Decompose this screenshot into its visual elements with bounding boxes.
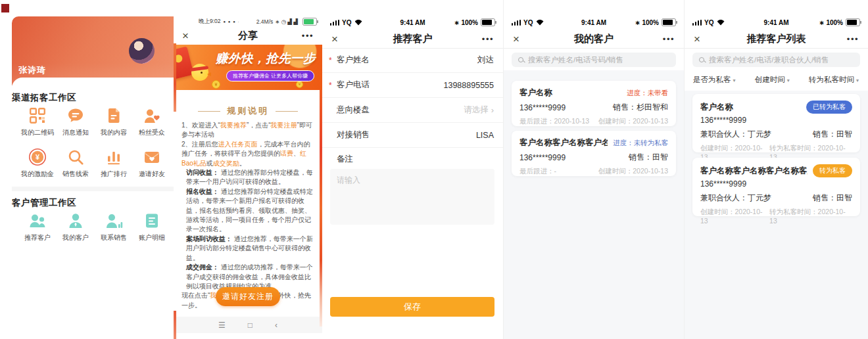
referred-customer-card[interactable]: 客户名称 已转为私客 136*****9999 兼职合伙人：丁元梦 销售：田智 … — [692, 94, 860, 152]
last-followup: 最后跟进：2020-10-13 — [519, 117, 589, 126]
grid-item-my-content[interactable]: 我的内容 — [95, 106, 133, 137]
save-button[interactable]: 保存 — [330, 297, 494, 317]
grid-item-label: 销售线索 — [62, 170, 89, 179]
title-dash — [198, 111, 220, 112]
panel-profile-home: 张诗琦 渠道拓客工作区 我的二维码 消 — [0, 0, 174, 339]
customer-phone: 136*****9999 — [519, 103, 566, 112]
screenshot-root: 张诗琦 渠道拓客工作区 我的二维码 消 — [0, 0, 868, 339]
grid-item-notifications[interactable]: 消息通知 — [57, 106, 95, 137]
form-row-customer-name[interactable]: * 客户姓名 刘达 — [322, 48, 503, 73]
invite-icon — [143, 148, 161, 166]
last-followup: 最后跟进：- — [519, 167, 556, 176]
notification-dots-icon: ● ● ● · — [224, 20, 240, 24]
panel-refer-customer-form: YQ 9:41 AM ∗ 100% × 推荐客户 ••• * 客户姓名 刘达 *… — [322, 0, 503, 339]
rule-paragraph: 案场到访收益： 通过您推荐，每带来一个新用户到访部分特定楼盘销售中心可获得的收益… — [181, 235, 315, 263]
customer-name: 客户名称客户名称客户名称客户... — [700, 166, 808, 177]
referred-customer-card[interactable]: 客户名称客户名称客户名称客户... 转为私客 136*****9999 兼职合伙… — [692, 158, 860, 216]
customer-card[interactable]: 客户名称客户名称客户名称客户... 进度：未转为私客 136*****9999 … — [512, 131, 676, 176]
field-value: LISA — [476, 131, 494, 140]
recents-icon[interactable]: ☰ — [218, 321, 226, 330]
grid-item-invite-friends[interactable]: 邀请好友 — [133, 148, 171, 179]
adjacent-screenshot-sliver — [174, 43, 176, 112]
profile-header: 张诗琦 — [12, 16, 174, 85]
more-icon[interactable]: ••• — [302, 31, 314, 41]
grid-item-my-customer[interactable]: 我的客户 — [57, 212, 95, 242]
field-label: 对接销售 — [337, 129, 370, 141]
grid-item-incentive[interactable]: ¥ 我的激励金 — [18, 148, 57, 179]
filter-converted-time[interactable]: 转为私客时间▾ — [809, 75, 859, 85]
created-time: 创建时间：2020-10-13 — [700, 208, 769, 225]
progress-status: 进度：未转为私客 — [613, 139, 668, 148]
rules-text: 1、欢迎进入“我要推荐”，点击“我要注册”即可参与本活动 2、注册后您进入任务页… — [181, 121, 315, 310]
field-label: 客户姓名 — [337, 55, 370, 66]
status-right: ∗ 100% — [819, 18, 860, 26]
status-left: 晚上9:02 ● ● ● · — [199, 18, 239, 26]
required-mark: * — [329, 81, 332, 90]
coin-icon: ¥ — [212, 80, 220, 89]
grid-item-fans[interactable]: 粉丝受众 — [133, 106, 171, 137]
more-icon[interactable]: ••• — [663, 34, 675, 44]
battery-percent: 100% — [461, 19, 478, 26]
mascot-chick-icon — [191, 62, 211, 82]
page-title: 分享 — [174, 30, 322, 42]
grid-item-promo-ranking[interactable]: 推广排行 — [95, 148, 133, 179]
chevron-down-icon: ▾ — [856, 78, 859, 83]
corner-red-mark — [1, 4, 9, 12]
more-icon[interactable]: ••• — [847, 34, 859, 44]
form-row-customer-phone[interactable]: * 客户电话 13988895555 — [322, 73, 503, 98]
search-input[interactable]: 搜索客户姓名/电话/兼职合伙人/销售 — [692, 53, 860, 67]
more-icon[interactable]: ••• — [482, 34, 494, 44]
field-label: 备注 — [337, 154, 353, 165]
battery-icon — [662, 18, 676, 26]
avatar[interactable] — [129, 38, 155, 64]
status-icons: ∗ ◷ ▟ ▟ — [275, 18, 298, 25]
user-name: 张诗琦 — [18, 64, 46, 76]
customer-card[interactable]: 客户名称 进度：未带看 136*****9999 销售：杉田智和 最后跟进：20… — [512, 81, 676, 126]
page-title: 我的客户 — [504, 33, 684, 45]
network-speed: 2.4M/s — [256, 18, 274, 25]
rules-title-row: 规则说明 — [181, 105, 314, 117]
grid-item-label: 粉丝受众 — [139, 128, 165, 137]
home-icon[interactable]: □ — [248, 321, 253, 330]
search-input[interactable]: 搜索客户姓名/电话号码/销售 — [512, 53, 676, 67]
grid-item-refer-customer[interactable]: 推荐客户 — [18, 212, 57, 242]
ios-status-bar: YQ 9:41 AM ∗ 100% — [322, 16, 503, 28]
customer-form: * 客户姓名 刘达 * 客户电话 13988895555 意向楼盘 请选择 对接… — [322, 48, 503, 170]
list-nav-bar: × 我的客户 ••• — [504, 30, 684, 49]
grid-item-account-detail[interactable]: 账户明细 — [133, 212, 171, 242]
incentive-icon: ¥ — [28, 148, 47, 166]
created-time: 创建时间：2020-10-13 — [598, 167, 668, 176]
customer-name: 客户名称 — [700, 102, 801, 113]
rule-paragraph: 1、欢迎进入“我要推荐”，点击“我要注册”即可参与本活动 — [181, 121, 315, 140]
grid-item-label: 我的激励金 — [21, 170, 54, 179]
grid-item-contact-sales[interactable]: 联系销售 — [95, 212, 133, 242]
filter-created-time[interactable]: 创建时间▾ — [755, 75, 790, 85]
panel-referred-customers: YQ 9:41 AM ∗ 100% × 推荐客户列表 ••• 搜索客户姓名/电话… — [684, 0, 868, 339]
promo-banner: ¥ ¥ 赚外快，抢先一步 推荐客户赚佣金 让更多人帮你赚 — [174, 45, 322, 90]
grid-item-label: 联系销售 — [101, 233, 127, 242]
message-icon — [66, 106, 85, 125]
grid-item-sales-leads[interactable]: 销售线索 — [57, 148, 95, 179]
filter-private-status[interactable]: 是否为私客▾ — [693, 75, 736, 85]
status-badge: 转为私客 — [813, 164, 852, 177]
grid-item-label: 邀请好友 — [139, 170, 165, 179]
form-row-assigned-sales[interactable]: 对接销售 LISA — [322, 123, 503, 148]
page-title: 推荐客户 — [322, 33, 503, 45]
android-nav-bar: ☰ □ ‹ — [174, 317, 322, 333]
ios-status-bar: YQ 9:41 AM ∗ 100% — [504, 16, 684, 28]
form-row-intended-property[interactable]: 意向楼盘 请选择 — [322, 98, 503, 123]
battery-icon — [481, 18, 495, 26]
battery-percent: 100% — [642, 19, 659, 26]
invite-register-button[interactable]: 邀请好友注册 — [216, 287, 280, 306]
grid-item-label: 推荐客户 — [24, 233, 51, 242]
search-icon — [699, 57, 705, 63]
field-placeholder: 请选择 — [464, 104, 489, 116]
search-placeholder: 搜索客户姓名/电话/兼职合伙人/销售 — [709, 55, 829, 65]
field-label: 意向楼盘 — [337, 104, 370, 116]
grid-item-my-qrcode[interactable]: 我的二维码 — [18, 106, 57, 137]
customer-name: 客户名称客户名称客户名称客户... — [519, 137, 608, 148]
android-status-bar: 晚上9:02 ● ● ● · 2.4M/s ∗ ◷ ▟ ▟ — [174, 16, 322, 27]
note-textarea[interactable]: 请输入 — [330, 169, 494, 225]
back-icon[interactable]: ‹ — [275, 321, 277, 330]
form-nav-bar: × 推荐客户 ••• — [322, 30, 503, 49]
